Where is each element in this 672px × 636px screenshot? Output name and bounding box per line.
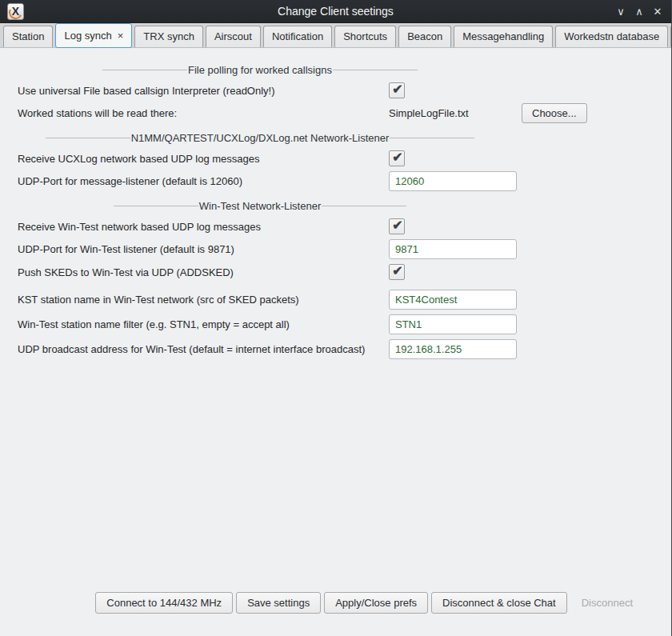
row-receive-ucxlog: Receive UCXLog network based UDP log mes…: [0, 148, 520, 169]
field-label: Worked stations will be read there:: [18, 107, 389, 119]
push-skeds-checkbox[interactable]: ✔: [389, 264, 405, 280]
tab-trx-synch[interactable]: TRX synch: [134, 26, 203, 47]
field-label: Use universal File based callsign Interp…: [18, 85, 389, 97]
section-title: N1MM/QARTEST/UCXLog/DXLog.net Network-Li…: [130, 132, 390, 144]
checkmark-icon: ✔: [392, 219, 402, 232]
checkmark-icon: ✔: [392, 151, 402, 164]
station-filter-input[interactable]: [389, 314, 517, 334]
checkmark-icon: ✔: [392, 83, 402, 96]
choose-file-button[interactable]: Choose...: [522, 103, 587, 123]
section-file-polling: File polling for worked callsigns: [0, 62, 520, 77]
divider: [333, 70, 418, 70]
row-kst-station-name: KST station name in Win-Test network (sr…: [0, 287, 520, 312]
section-wintest-listener: Win-Test Network-Listener: [0, 198, 520, 213]
app-icon: X: [7, 3, 24, 20]
tab-messagehandling[interactable]: Messagehandling: [454, 26, 553, 47]
section-title: Win-Test Network-Listener: [198, 200, 322, 212]
maximize-icon[interactable]: ∧: [633, 4, 646, 18]
field-label: Push SKEDs to Win-Test via UDP (ADDSKED): [18, 266, 389, 278]
field-label: UDP-Port for Win-Test listener (default …: [18, 243, 389, 255]
field-label: KST station name in Win-Test network (sr…: [18, 294, 389, 306]
field-label: Receive UCXLog network based UDP log mes…: [18, 153, 389, 165]
form-area: File polling for worked callsigns Use un…: [0, 58, 520, 362]
tab-log-synch[interactable]: Log synch×: [55, 23, 132, 48]
tab-beacon[interactable]: Beacon: [398, 26, 451, 47]
tab-content-log-synch: File polling for worked callsigns Use un…: [0, 48, 671, 636]
app-icon-letter: X: [12, 5, 19, 18]
receive-wintest-checkbox[interactable]: ✔: [389, 218, 405, 234]
divider: [102, 70, 187, 70]
checkmark-icon: ✔: [392, 265, 402, 278]
apply-close-prefs-button[interactable]: Apply/Close prefs: [324, 592, 428, 614]
worked-stations-file-value: SimpleLogFile.txt: [389, 107, 522, 119]
disconnect-close-chat-button[interactable]: Disconnect & close Chat: [431, 592, 567, 614]
connect-button[interactable]: Connect to 144/432 MHz: [95, 592, 233, 614]
divider: [322, 206, 406, 206]
tab-shortcuts[interactable]: Shortcuts: [334, 26, 396, 47]
row-broadcast-address: UDP broadcast address for Win-Test (defa…: [0, 337, 520, 362]
divider: [46, 138, 130, 138]
universal-interpreter-checkbox[interactable]: ✔: [389, 82, 405, 98]
disconnect-button: Disconnect: [570, 592, 644, 614]
row-push-skeds: Push SKEDs to Win-Test via UDP (ADDSKED)…: [0, 262, 520, 282]
kst-station-name-input[interactable]: [389, 290, 517, 310]
titlebar: X Change Client seetings ∨ ∧ ✕: [0, 0, 671, 23]
tab-workedstn-database[interactable]: Workedstn database: [555, 26, 668, 47]
window-controls: ∨ ∧ ✕: [614, 4, 664, 18]
row-worked-stations-file: Worked stations will be read there: Simp…: [0, 101, 520, 126]
tab-close-icon[interactable]: ×: [118, 30, 124, 42]
row-receive-wintest: Receive Win-Test network based UDP log m…: [0, 216, 520, 237]
row-udp-port-wintest: UDP-Port for Win-Test listener (default …: [0, 237, 520, 262]
footer-button-bar: Connect to 144/432 MHz Save settings App…: [0, 592, 671, 636]
window-title: Change Client seetings: [0, 5, 671, 18]
save-settings-button[interactable]: Save settings: [236, 592, 321, 614]
settings-window: X Change Client seetings ∨ ∧ ✕ Station L…: [0, 0, 672, 636]
udp-port-listener-input[interactable]: [389, 171, 517, 191]
row-universal-interpreter: Use universal File based callsign Interp…: [0, 80, 520, 101]
minimize-icon[interactable]: ∨: [614, 4, 627, 18]
row-udp-port-listener: UDP-Port for message-listener (default i…: [0, 169, 520, 194]
udp-port-wintest-input[interactable]: [389, 239, 517, 259]
close-icon[interactable]: ✕: [651, 4, 664, 18]
field-label: UDP broadcast address for Win-Test (defa…: [18, 343, 389, 355]
tab-airscout[interactable]: Airscout: [206, 26, 261, 47]
section-title: File polling for worked callsigns: [187, 64, 333, 76]
section-network-listener: N1MM/QARTEST/UCXLog/DXLog.net Network-Li…: [0, 130, 520, 145]
tab-bar: Station Log synch× TRX synch Airscout No…: [0, 23, 671, 48]
receive-ucxlog-checkbox[interactable]: ✔: [389, 150, 405, 166]
tab-notification[interactable]: Notification: [263, 26, 332, 47]
divider: [390, 138, 474, 138]
divider: [114, 206, 198, 206]
tab-station[interactable]: Station: [3, 26, 53, 47]
field-label: UDP-Port for message-listener (default i…: [18, 175, 389, 187]
row-station-filter: Win-Test station name filter (e.g. STN1,…: [0, 312, 520, 337]
field-label: Win-Test station name filter (e.g. STN1,…: [18, 318, 389, 330]
broadcast-address-input[interactable]: [389, 339, 517, 359]
field-label: Receive Win-Test network based UDP log m…: [18, 221, 389, 233]
